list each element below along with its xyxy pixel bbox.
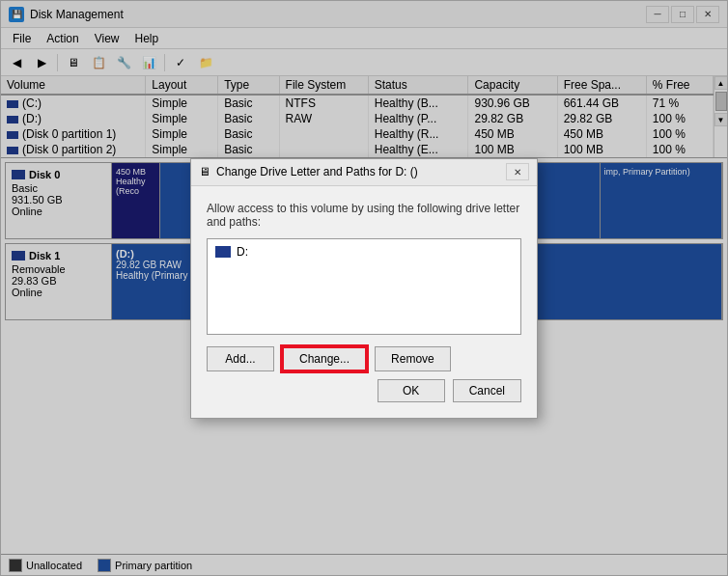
modal-close-button[interactable]: ✕ bbox=[506, 163, 529, 180]
modal-list[interactable]: D: bbox=[207, 238, 521, 335]
remove-button[interactable]: Remove bbox=[375, 346, 451, 371]
modal-title-bar: 🖥 Change Drive Letter and Paths for D: (… bbox=[191, 159, 537, 186]
modal-confirm-buttons: OK Cancel bbox=[207, 379, 521, 402]
modal-dialog: 🖥 Change Drive Letter and Paths for D: (… bbox=[190, 158, 538, 419]
ok-button[interactable]: OK bbox=[378, 379, 445, 402]
change-button[interactable]: Change... bbox=[282, 346, 367, 371]
modal-list-item[interactable]: D: bbox=[211, 243, 517, 261]
cancel-button[interactable]: Cancel bbox=[453, 379, 521, 402]
modal-title-text: Change Drive Letter and Paths for D: () bbox=[216, 165, 418, 178]
drive-list-icon bbox=[215, 246, 231, 258]
add-button[interactable]: Add... bbox=[207, 346, 274, 371]
modal-title-icon: 🖥 bbox=[199, 165, 210, 178]
modal-overlay: 🖥 Change Drive Letter and Paths for D: (… bbox=[1, 1, 727, 575]
main-window: 💾 Disk Management ─ □ ✕ File Action View… bbox=[0, 0, 728, 576]
modal-title-left: 🖥 Change Drive Letter and Paths for D: (… bbox=[199, 165, 418, 178]
modal-body: Allow access to this volume by using the… bbox=[191, 186, 537, 418]
modal-action-buttons: Add... Change... Remove bbox=[207, 346, 521, 371]
modal-drive-letter: D: bbox=[237, 245, 248, 259]
modal-instruction: Allow access to this volume by using the… bbox=[207, 202, 521, 229]
